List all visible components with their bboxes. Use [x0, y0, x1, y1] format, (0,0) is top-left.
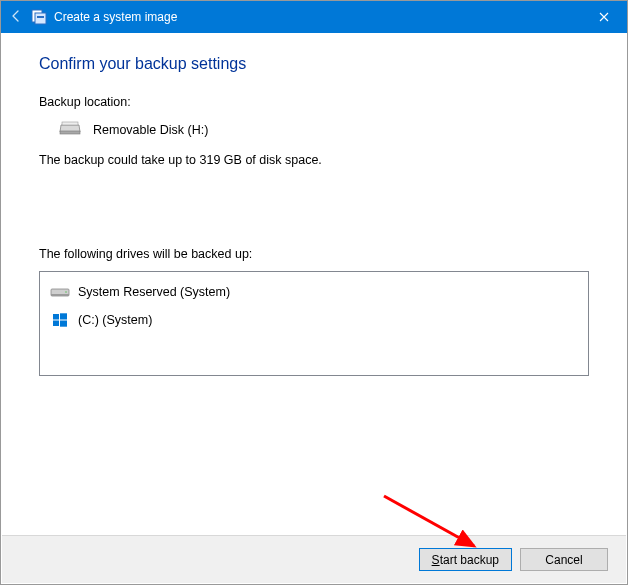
svg-rect-3 [60, 131, 80, 134]
drive-item: (C:) (System) [48, 306, 580, 334]
svg-rect-6 [51, 294, 69, 296]
backup-location-label: Backup location: [39, 95, 589, 109]
close-button[interactable] [581, 1, 627, 33]
cancel-button[interactable]: Cancel [520, 548, 608, 571]
size-note: The backup could take up to 319 GB of di… [39, 153, 589, 167]
backup-location-value: Removable Disk (H:) [93, 123, 208, 137]
svg-rect-11 [60, 321, 67, 327]
back-button[interactable] [1, 9, 31, 26]
titlebar: Create a system image [1, 1, 627, 33]
svg-rect-8 [53, 314, 59, 320]
content-area: Confirm your backup settings Backup loca… [1, 33, 627, 376]
drive-label: System Reserved (System) [78, 285, 230, 299]
hdd-icon [48, 286, 72, 298]
svg-rect-10 [53, 321, 59, 327]
backup-location-row: Removable Disk (H:) [59, 121, 589, 139]
drive-item: System Reserved (System) [48, 278, 580, 306]
windows-logo-icon [48, 312, 72, 328]
start-backup-button[interactable]: Start backup [419, 548, 512, 571]
drives-list: System Reserved (System) (C:) (System) [39, 271, 589, 376]
svg-rect-2 [37, 16, 44, 18]
button-bar: Start backup Cancel [2, 535, 626, 583]
window-title: Create a system image [54, 10, 177, 24]
removable-disk-icon [59, 121, 81, 139]
app-icon [31, 9, 47, 25]
drives-list-label: The following drives will be backed up: [39, 247, 589, 261]
page-heading: Confirm your backup settings [39, 55, 589, 73]
svg-rect-9 [60, 313, 67, 319]
svg-rect-4 [62, 122, 78, 125]
drive-label: (C:) (System) [78, 313, 152, 327]
svg-point-7 [65, 291, 67, 293]
svg-rect-1 [35, 13, 46, 24]
